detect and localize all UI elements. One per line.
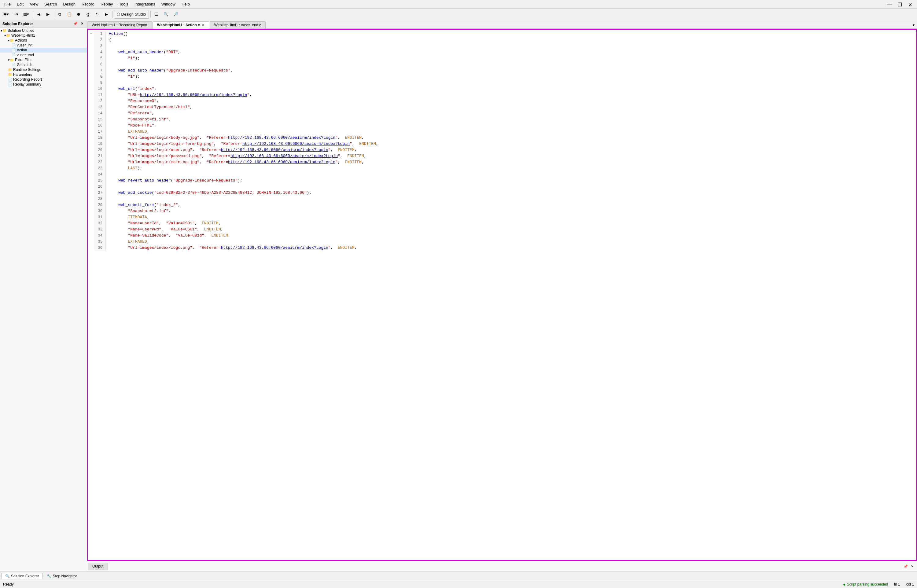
code-text-21: "Url=images/login/password.png", "Refere… (106, 153, 916, 159)
bottom-tab-solution-explorer[interactable]: 🔍 Solution Explorer (1, 573, 43, 579)
output-pin-icon[interactable]: 📌 (902, 564, 909, 569)
design-studio-button[interactable]: ⬡ Design Studio (114, 10, 149, 19)
menu-replay[interactable]: Replay (97, 1, 116, 7)
menu-design[interactable]: Design (60, 1, 79, 7)
add-dropdown-button[interactable]: +▾ (11, 10, 21, 19)
code-text-25: web_revert_auto_header("Upgrade-Insecure… (106, 178, 916, 184)
minimize-button[interactable]: — (885, 1, 893, 8)
tab-action-c[interactable]: WebHttpHtml1 : Action.c ✕ (153, 21, 209, 29)
code-line-30: 30 "Snapshot=t2.inf", (88, 208, 916, 214)
tree-item-replay-summary[interactable]: 📄 Replay Summary (0, 82, 87, 87)
code-text-20: "Url=images/login/user.png", "Referer=ht… (106, 147, 916, 153)
list-view-button[interactable]: ☰ (152, 10, 161, 19)
star-dropdown-button[interactable]: ✱▾ (1, 10, 11, 19)
tree-item-action[interactable]: 📄 Action (0, 48, 87, 53)
layout-dropdown-button[interactable]: ▦▾ (21, 10, 31, 19)
snapshot-button[interactable]: 🔍 (161, 10, 171, 19)
code-button[interactable]: {} (84, 10, 92, 19)
runtime-settings-icon: 📁 (8, 68, 12, 72)
code-text-2: { (106, 37, 916, 43)
paste-button[interactable]: 📋 (65, 10, 74, 19)
action-icon: 📄 (11, 48, 16, 52)
forward-button[interactable]: ▶ (44, 10, 52, 19)
tree-item-vuser-init[interactable]: 📄 vuser_init (0, 43, 87, 48)
tree-item-solution[interactable]: ▾📁 Solution Untitled (0, 28, 87, 33)
code-text-18: "Url=images/login/body-bg.jpg", "Referer… (106, 135, 916, 141)
menu-integrations[interactable]: Integrations (131, 1, 158, 7)
tree-item-vuser-end[interactable]: 📄 vuser_end (0, 53, 87, 57)
line-num-23: 23 (94, 165, 106, 171)
code-line-25: 25 web_revert_auto_header("Upgrade-Insec… (88, 178, 916, 184)
tree-item-webhttphtml1[interactable]: ▾📁 WebHttpHtml1 (0, 33, 87, 38)
search-toolbar-button[interactable]: 🔎 (171, 10, 180, 19)
output-close-icon[interactable]: ✕ (910, 564, 915, 569)
tree-item-actions[interactable]: ▾📁 Actions (0, 38, 87, 43)
tree-item-parameters[interactable]: 📁 Parameters (0, 72, 87, 77)
code-line-21: 21 "Url=images/login/password.png", "Ref… (88, 153, 916, 159)
line-num-20: 20 (94, 147, 106, 153)
code-line-16: 16 "Mode=HTML", (88, 123, 916, 129)
line-num-14: 14 (94, 110, 106, 116)
tabs-overflow-button[interactable]: ▾ (910, 22, 917, 28)
menu-record[interactable]: Record (79, 1, 97, 7)
code-line-33: 33 "Name=userPwd", "Value=CS01", ENDITEM… (88, 226, 916, 233)
menu-window[interactable]: Window (158, 1, 179, 7)
code-editor[interactable]: − 1 Action() 2 { 3 (87, 29, 917, 561)
webhttphtml1-icon: ▾📁 (4, 34, 10, 37)
close-button[interactable]: ✕ (906, 1, 914, 8)
line-num-25: 25 (94, 178, 106, 184)
menu-help[interactable]: Help (179, 1, 193, 7)
code-text-36: "Url=images/index/logo.png", "Referer=ht… (106, 245, 916, 251)
maximize-button[interactable]: ❐ (896, 1, 904, 8)
output-panel-icons: 📌 ✕ (900, 564, 917, 569)
record-button[interactable]: ⏺ (74, 10, 83, 19)
code-text-34: "Name=valideCode", "Value=u8zd", ENDITEM… (106, 233, 916, 239)
line-num-13: 13 (94, 104, 106, 110)
tree-item-runtime-settings[interactable]: 📁 Runtime Settings (0, 67, 87, 72)
menu-view[interactable]: View (27, 1, 41, 7)
menu-edit[interactable]: Edit (14, 1, 27, 7)
menu-file[interactable]: File (1, 1, 14, 7)
code-line-11: 11 "URL=http://192.168.43.66:6060/aeaicr… (88, 92, 916, 98)
back-button[interactable]: ◀ (34, 10, 43, 19)
tree-item-extra-files[interactable]: ▾📁 Extra Files (0, 57, 87, 62)
code-line-35: 35 EXTRARES, (88, 239, 916, 245)
tab-recording-report[interactable]: WebHttpHtml1 : Recording Report (87, 21, 152, 28)
code-text-7: web_add_auto_header("Upgrade-Insecure-Re… (106, 68, 916, 74)
line-num-4: 4 (94, 49, 106, 55)
code-line-5: 5 "1"); (88, 55, 916, 61)
main-container: Solution Explorer 📌 ✕ ▾📁 Solution Untitl… (0, 20, 917, 572)
line-num-33: 33 (94, 226, 106, 233)
code-line-2: 2 { (88, 37, 916, 43)
code-line-17: 17 EXTRARES, (88, 129, 916, 135)
copy-script-button[interactable]: ⧉ (56, 10, 64, 19)
parameters-icon: 📁 (8, 73, 12, 77)
pin-icon[interactable]: 📌 (73, 21, 79, 26)
fold-icon-1[interactable]: − (90, 31, 92, 37)
output-tab[interactable]: Output (88, 563, 108, 570)
line-num-35: 35 (94, 239, 106, 245)
line-num-12: 12 (94, 98, 106, 104)
line-num-27: 27 (94, 190, 106, 196)
bottom-tab-step-navigator[interactable]: 🔧 Step Navigator (43, 573, 81, 579)
code-text-35: EXTRARES, (106, 239, 916, 245)
gutter-1[interactable]: − (88, 31, 94, 37)
code-line-12: 12 "Resource=0", (88, 98, 916, 104)
compile-button[interactable]: ↻ (93, 10, 102, 19)
tree-item-recording-report[interactable]: 📄 Recording Report (0, 77, 87, 82)
close-panel-icon[interactable]: ✕ (80, 21, 84, 26)
line-num-26: 26 (94, 184, 106, 190)
tree-label-runtime-settings: Runtime Settings (13, 68, 41, 72)
run-button[interactable]: ▶ (102, 10, 111, 19)
code-text-33: "Name=userPwd", "Value=CS01", ENDITEM, (106, 226, 916, 233)
menu-search[interactable]: Search (41, 1, 60, 7)
code-line-32: 32 "Name=userId", "Value=CS01", ENDITEM, (88, 220, 916, 226)
content-area: WebHttpHtml1 : Recording Report WebHttpH… (87, 20, 917, 572)
line-num-1: 1 (94, 31, 106, 37)
code-line-31: 31 ITEMDATA, (88, 214, 916, 220)
menu-tools[interactable]: Tools (116, 1, 131, 7)
tree-label-vuser-init: vuser_init (17, 43, 32, 47)
tab-vuser-end[interactable]: WebHttpHtml1 : vuser_end.c (210, 21, 266, 28)
tab-action-c-close[interactable]: ✕ (202, 23, 205, 27)
tree-item-globals[interactable]: 📄 Globals.h (0, 62, 87, 67)
